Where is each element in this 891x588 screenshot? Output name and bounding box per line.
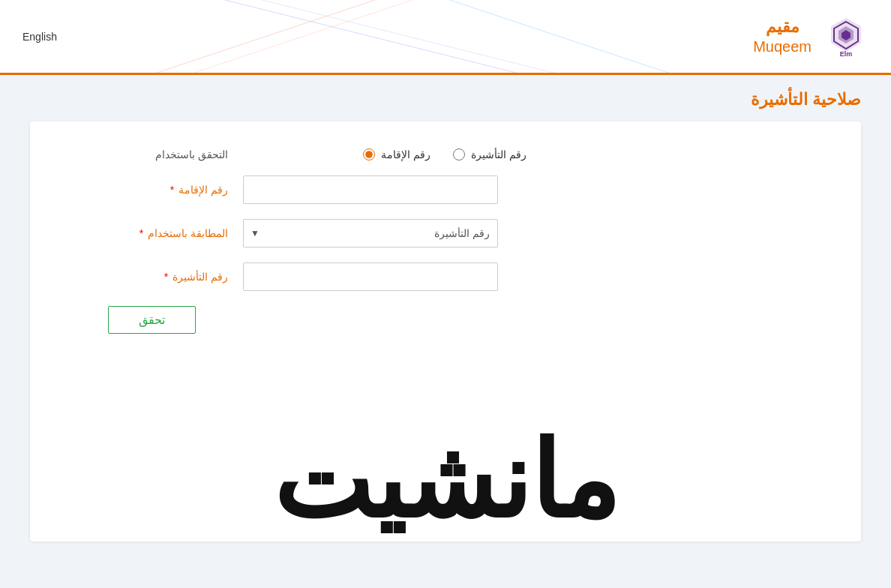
svg-line-0 [225, 0, 525, 75]
verify-method-row: رقم التأشيرة رقم الإقامة التحقق باستخدام [108, 148, 783, 160]
verify-button-row: تحقق [108, 306, 783, 334]
matching-select[interactable]: رقم التأشيرة رقم التأشيرة [243, 219, 498, 248]
matching-method-row: رقم التأشيرة رقم التأشيرة ▼ المطابقة باس… [108, 219, 783, 248]
svg-line-4 [450, 0, 675, 75]
radio-group: رقم التأشيرة رقم الإقامة [243, 148, 783, 160]
visa-required-star: * [164, 271, 168, 283]
radio-iqama-label: رقم الإقامة [381, 148, 430, 160]
form-section: رقم التأشيرة رقم الإقامة التحقق باستخدام… [108, 148, 783, 334]
header: Elm مقيم Muqeem English [0, 0, 891, 75]
elm-logo: Elm [824, 14, 868, 59]
language-switch-link[interactable]: English [22, 31, 57, 43]
matching-required-star: * [140, 227, 143, 239]
svg-line-2 [150, 0, 375, 75]
matching-label: المطابقة باستخدام * [108, 227, 228, 239]
radio-visa-label: رقم التأشيرة [471, 148, 526, 160]
radio-iqama-option[interactable]: رقم الإقامة [363, 148, 430, 160]
header-right: English [22, 30, 57, 44]
watermark-text: مانشيت [30, 429, 861, 534]
page-title: صلاحية التأشيرة [30, 90, 861, 110]
matching-select-wrapper: رقم التأشيرة رقم التأشيرة ▼ [243, 219, 498, 248]
page-title-bar: صلاحية التأشيرة [0, 75, 891, 122]
iqama-required-star: * [170, 184, 174, 196]
verify-button[interactable]: تحقق [108, 306, 196, 334]
muqeem-brand: مقيم Muqeem [753, 17, 812, 55]
iqama-label-text: رقم الإقامة [178, 184, 228, 196]
iqama-number-input[interactable] [243, 176, 498, 204]
svg-line-1 [262, 0, 562, 75]
iqama-number-row: رقم الإقامة * [108, 176, 783, 204]
visa-label: رقم التأشيرة * [108, 271, 228, 283]
muqeem-english-label: Muqeem [753, 38, 812, 56]
iqama-label: رقم الإقامة * [108, 184, 228, 196]
svg-text:Elm: Elm [840, 50, 853, 58]
radio-visa-option[interactable]: رقم التأشيرة [453, 148, 526, 160]
visa-label-text: رقم التأشيرة [172, 271, 228, 283]
radio-iqama-input[interactable] [363, 148, 375, 160]
main-content: رقم التأشيرة رقم الإقامة التحقق باستخدام… [0, 122, 891, 572]
muqeem-arabic-label: مقيم [753, 17, 812, 37]
form-card: رقم التأشيرة رقم الإقامة التحقق باستخدام… [30, 122, 861, 542]
logo-area: Elm مقيم Muqeem [753, 14, 868, 59]
section-static-label: التحقق باستخدام [108, 148, 228, 160]
visa-number-input[interactable] [243, 262, 498, 291]
visa-number-row: رقم التأشيرة * [108, 262, 783, 291]
svg-line-3 [188, 0, 412, 75]
radio-visa-input[interactable] [453, 148, 465, 160]
matching-label-text: المطابقة باستخدام [148, 227, 228, 239]
